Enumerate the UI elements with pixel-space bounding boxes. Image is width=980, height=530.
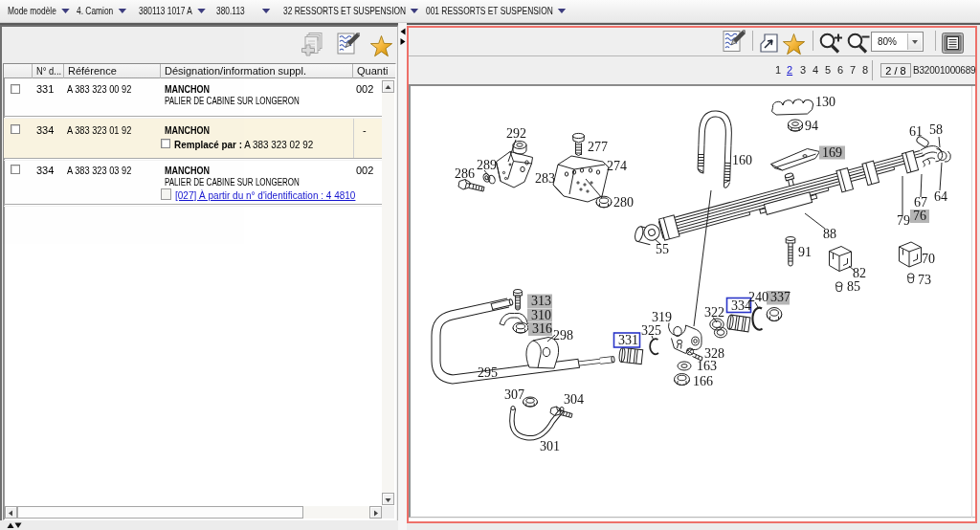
svg-text:313: 313 <box>531 294 551 308</box>
svg-text:289: 289 <box>477 158 497 172</box>
svg-text:88: 88 <box>823 227 836 241</box>
svg-text:64: 64 <box>934 189 947 204</box>
svg-text:322: 322 <box>704 305 724 320</box>
svg-text:307: 307 <box>504 387 524 402</box>
svg-text:316: 316 <box>532 321 552 336</box>
svg-text:67: 67 <box>914 195 927 210</box>
svg-text:301: 301 <box>540 439 560 453</box>
svg-text:55: 55 <box>656 242 669 256</box>
svg-text:283: 283 <box>535 171 555 186</box>
svg-text:298: 298 <box>553 328 573 342</box>
svg-text:325: 325 <box>641 323 661 338</box>
svg-text:130: 130 <box>815 95 835 109</box>
svg-text:292: 292 <box>506 126 526 141</box>
svg-text:85: 85 <box>847 279 860 294</box>
svg-text:169: 169 <box>822 145 842 160</box>
svg-text:94: 94 <box>805 119 818 133</box>
svg-text:73: 73 <box>918 273 931 287</box>
svg-text:82: 82 <box>853 266 866 280</box>
svg-text:319: 319 <box>652 310 672 324</box>
svg-text:331: 331 <box>618 333 638 347</box>
svg-text:70: 70 <box>922 252 935 266</box>
svg-text:337: 337 <box>770 290 791 304</box>
svg-text:58: 58 <box>929 122 943 137</box>
svg-text:91: 91 <box>798 245 812 259</box>
svg-text:61: 61 <box>909 124 923 139</box>
svg-text:295: 295 <box>478 365 498 380</box>
svg-text:240: 240 <box>748 290 768 304</box>
svg-text:163: 163 <box>697 359 717 373</box>
svg-text:76: 76 <box>913 209 926 223</box>
svg-text:79: 79 <box>897 213 910 228</box>
svg-text:304: 304 <box>564 392 584 407</box>
svg-text:286: 286 <box>455 166 475 181</box>
svg-text:166: 166 <box>693 374 713 388</box>
svg-text:274: 274 <box>607 159 627 173</box>
svg-text:160: 160 <box>732 153 752 167</box>
svg-text:310: 310 <box>531 308 551 322</box>
svg-text:280: 280 <box>613 195 634 210</box>
svg-text:277: 277 <box>588 140 608 154</box>
